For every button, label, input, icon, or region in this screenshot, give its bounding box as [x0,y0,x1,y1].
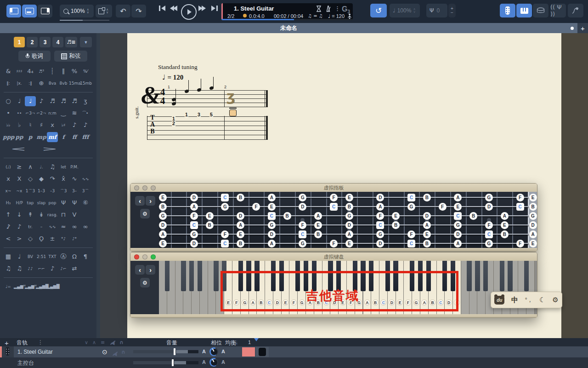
minimize-icon[interactable] [142,185,147,190]
palette-double-dot[interactable]: •• [14,108,25,118]
palette-staccato[interactable]: ♩. [36,162,47,172]
fret-note-A[interactable]: A [268,240,276,247]
view-filter-button[interactable]: ▼ [80,37,92,47]
undo-button[interactable]: ↶ [116,5,130,17]
palette-quarter-rest[interactable]: ʒ [80,96,91,106]
mute-all-icon[interactable]: ◀ [111,340,114,346]
fret-note-F[interactable]: F [376,212,384,220]
palette-quindicesima-alta[interactable]: 15ma [69,78,80,88]
zoom-window-icon[interactable] [151,185,156,190]
palette-stem-auto[interactable]: ♪ [47,264,58,274]
fret-note-F[interactable]: F [330,240,338,247]
palette-double-barline[interactable]: ‖ [58,66,69,76]
fret-note-B[interactable]: B [423,194,431,201]
palette-double-flat[interactable]: ♭♭ [3,120,14,130]
fret-note-G[interactable]: G [159,212,167,220]
palette-slide-in-above[interactable]: ⌒3 [58,186,69,196]
palette-dynamic-ff[interactable]: ff [69,132,80,142]
fret-note-G[interactable]: G [376,230,384,238]
view-horizontal-button[interactable] [22,5,37,17]
palette-let-ring[interactable]: let [58,162,69,172]
line-in-toggle[interactable] [568,4,583,17]
palette-dynamic-mf[interactable]: mf [47,132,58,142]
piano-key-black[interactable] [189,261,194,291]
fret-note-F[interactable]: F [516,194,524,201]
palette-flat[interactable]: ♭ [14,120,25,130]
tuner-toggle[interactable]: (( Ψ )) [550,4,566,17]
palette-beam-group[interactable]: ⌐⌐ [36,264,47,274]
palette-trill-zigzag-down[interactable]: ~x [14,186,25,196]
fret-note-C[interactable]: C [407,240,415,247]
prev-range-button[interactable]: ‹ [135,265,145,275]
fret-note-G[interactable]: G [190,230,198,238]
fret-note-C[interactable]: C [221,240,229,247]
keyboard-window-toggle[interactable] [516,4,532,17]
fret-note-open-E[interactable]: E [529,240,537,247]
fret-note-F[interactable]: F [516,240,524,247]
palette-dynamic-mp[interactable]: mp [36,132,47,142]
palette-accent[interactable]: ≥ [14,162,25,172]
fret-note-B[interactable]: B [501,230,509,238]
align-icon[interactable]: ≡ [101,339,105,345]
palette-dashed-barline[interactable]: ┊ [47,66,58,76]
palette-text-annotation[interactable]: TXT [47,252,58,262]
palette-sixteenth-note[interactable]: ♬ [47,96,58,106]
fret-note-E[interactable]: E [268,203,276,211]
fret-note-C[interactable]: C [376,221,384,229]
palette-histogram[interactable]: ▂▄▆█ [36,282,47,292]
fret-note-C[interactable]: C [299,230,306,238]
piano-keyboard[interactable]: ‹ › ⚙ EFGABCDEFGABCDEFGABCDEFGABCDE 吉他音域 [130,261,537,314]
rewind-button[interactable] [170,6,177,11]
fret-note-G[interactable]: G [485,194,493,201]
palette-text-frame[interactable]: Ⓐ [58,252,69,262]
lyrics-button[interactable]: 歌词 [18,51,51,62]
fret-note-open-D[interactable]: D [529,221,537,229]
ime-language-toggle[interactable]: 中 [511,296,518,305]
fret-note-D[interactable]: D [485,203,493,211]
fret-note-B[interactable]: B [283,212,291,220]
palette-triplet[interactable]: ⌐3¬ [25,108,36,118]
track-menu-icon[interactable]: ⋮ [334,5,340,12]
fret-note-A[interactable]: A [314,212,322,220]
palette-legato[interactable]: ♫ [47,162,58,172]
palette-whole-note[interactable]: ○ [3,96,14,106]
window-controls[interactable] [134,254,156,259]
palette-right-hand-tap[interactable]: Ψ [69,198,80,208]
palette-hammer-pull[interactable]: H/P [14,198,25,208]
palette-beam-auto[interactable]: ♫ [3,264,14,274]
palette-inverted-turn[interactable]: ∞ [80,222,91,232]
hourglass-icon[interactable] [316,6,322,12]
fret-note-G[interactable]: G [345,212,353,220]
fret-note-B[interactable]: B [159,203,167,211]
palette-time-signature[interactable]: 4₄ [25,66,36,76]
palette-tuplet-custom[interactable]: n:m [47,108,58,118]
forward-button[interactable] [198,6,206,11]
volume-handle[interactable] [174,348,175,355]
fret-note-D[interactable]: D [190,240,198,247]
palette-arpeggio-up[interactable]: ↟ [25,210,36,220]
zoom-stepper[interactable]: ∧∨ [87,8,89,14]
fret-note-C[interactable]: C [221,194,229,201]
piano-key-black[interactable] [181,261,186,291]
palette-downstroke[interactable]: ⊓ [58,210,69,220]
piano-key-black[interactable] [508,261,512,291]
palette-slide-out-up[interactable]: 3⌒ [80,186,91,196]
fret-note-C[interactable]: C [268,212,276,220]
palette-acciaccatura[interactable]: ♪̷ [3,222,14,232]
fret-note-A[interactable]: A [501,212,509,220]
palette-sharp[interactable]: ♯ [36,120,47,130]
track-info-panel[interactable]: 1. Steel Guitar ⋮ G3 2/2 0.0:4.0 00:02 /… [221,3,353,20]
palette-fade-out[interactable]: > [14,234,25,244]
palette-lock[interactable]: Ω [69,252,80,262]
window-controls[interactable] [134,185,156,190]
fret-note-F[interactable]: F [485,221,493,229]
palette-rasgueado[interactable]: rasg. [47,210,58,220]
fret-note-C[interactable]: C [516,203,524,211]
tuning-stepper[interactable]: +− [448,4,456,17]
fret-note-F[interactable]: F [407,230,415,238]
tab-fret-number[interactable]: 3 [197,112,201,117]
master-row[interactable]: 主控台 A A [0,357,588,368]
master-volume-slider[interactable] [133,361,198,364]
fret-note-B[interactable]: B [345,203,353,211]
piano-key-black[interactable] [500,261,504,291]
